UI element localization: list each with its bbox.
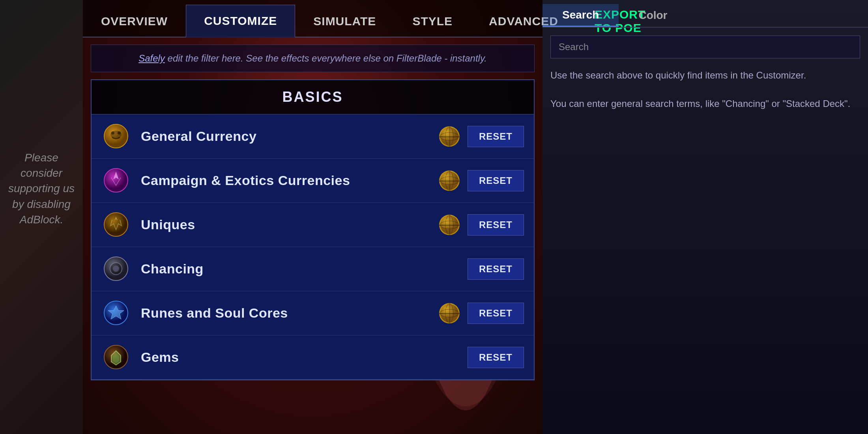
item-label-gems: Gems <box>141 350 439 365</box>
tab-overview[interactable]: OVERVIEW <box>83 5 186 37</box>
svg-point-7 <box>440 127 459 146</box>
item-icon-campaign-exotics <box>101 166 131 195</box>
reset-button-runes-soul-cores[interactable]: RESET <box>468 303 524 324</box>
subtitle-rest: edit the filter here. See the effects ev… <box>168 53 487 64</box>
reset-button-campaign-exotics[interactable]: RESET <box>468 170 524 191</box>
items-list: General Currency RESET <box>92 114 534 380</box>
right-sidebar: Search Color Use the search above to qui… <box>542 0 868 434</box>
svg-point-16 <box>104 213 128 236</box>
sidebar-tab-search[interactable]: Search <box>542 4 619 27</box>
item-actions-general-currency: RESET <box>439 126 524 147</box>
item-label-uniques: Uniques <box>141 217 439 232</box>
svg-point-10 <box>445 127 453 146</box>
subtitle-bar: Safely edit the filter here. See the eff… <box>91 45 535 72</box>
item-actions-campaign-exotics: RESET <box>439 170 524 191</box>
item-label-runes-soul-cores: Runes and Soul Cores <box>141 305 439 321</box>
subtitle-safely: Safely <box>138 53 165 64</box>
svg-point-29 <box>445 304 453 323</box>
svg-point-8 <box>440 133 459 140</box>
search-input[interactable] <box>550 36 860 58</box>
globe-icon <box>439 303 460 324</box>
svg-point-15 <box>445 171 453 190</box>
svg-point-12 <box>440 171 459 190</box>
globe-icon <box>439 170 460 191</box>
section-header: BASICS <box>92 80 534 114</box>
list-item-general-currency[interactable]: General Currency RESET <box>92 114 534 159</box>
item-icon-chancing <box>101 254 131 284</box>
sidebar-tab-color[interactable]: Color <box>619 4 687 27</box>
list-item-gems[interactable]: Gems RESET <box>92 335 534 380</box>
list-item-uniques[interactable]: Uniques RESET <box>92 203 534 247</box>
svg-point-26 <box>440 304 459 323</box>
svg-point-6 <box>118 131 121 135</box>
svg-point-20 <box>445 215 453 234</box>
support-text: Please consider supporting us by disabli… <box>8 150 75 227</box>
item-actions-chancing: RESET <box>439 258 524 280</box>
reset-button-uniques[interactable]: RESET <box>468 214 524 236</box>
item-icon-gems <box>101 342 131 372</box>
svg-point-17 <box>440 215 459 234</box>
globe-icon <box>439 215 460 235</box>
reset-button-gems[interactable]: RESET <box>468 347 524 368</box>
item-label-chancing: Chancing <box>141 261 439 277</box>
list-item-chancing[interactable]: Chancing RESET <box>92 247 534 291</box>
svg-point-18 <box>440 221 459 229</box>
svg-point-13 <box>440 177 459 185</box>
reset-button-chancing[interactable]: RESET <box>468 258 524 280</box>
list-item-runes-soul-cores[interactable]: Runes and Soul Cores RESET <box>92 291 534 335</box>
tab-simulate[interactable]: SIMULATE <box>295 5 394 37</box>
item-icon-uniques <box>101 210 131 239</box>
main-content: OVERVIEW CUSTOMIZE SIMULATE STYLE ADVANC… <box>83 0 542 434</box>
tab-style[interactable]: STYLE <box>394 5 471 37</box>
search-help-text: Use the search above to quickly find ite… <box>550 68 860 111</box>
list-item-campaign-exotics[interactable]: Campaign & Exotics Currencies RESET <box>92 159 534 203</box>
reset-button-general-currency[interactable]: RESET <box>468 126 524 147</box>
globe-icon <box>439 126 460 147</box>
item-label-campaign-exotics: Campaign & Exotics Currencies <box>141 173 439 188</box>
nav-tabs: OVERVIEW CUSTOMIZE SIMULATE STYLE ADVANC… <box>83 0 542 37</box>
svg-point-5 <box>111 131 114 135</box>
item-icon-runes-soul-cores <box>101 298 131 328</box>
tab-customize[interactable]: CUSTOMIZE <box>186 5 295 37</box>
svg-point-23 <box>113 266 119 272</box>
svg-point-27 <box>440 309 459 317</box>
content-panel: BASICS General Currency <box>91 79 535 380</box>
item-actions-gems: RESET <box>439 347 524 368</box>
sidebar-tabs: Search Color <box>542 4 868 28</box>
item-icon-general-currency <box>101 122 131 151</box>
item-actions-runes-soul-cores: RESET <box>439 303 524 324</box>
item-label-general-currency: General Currency <box>141 129 439 144</box>
item-actions-uniques: RESET <box>439 214 524 236</box>
